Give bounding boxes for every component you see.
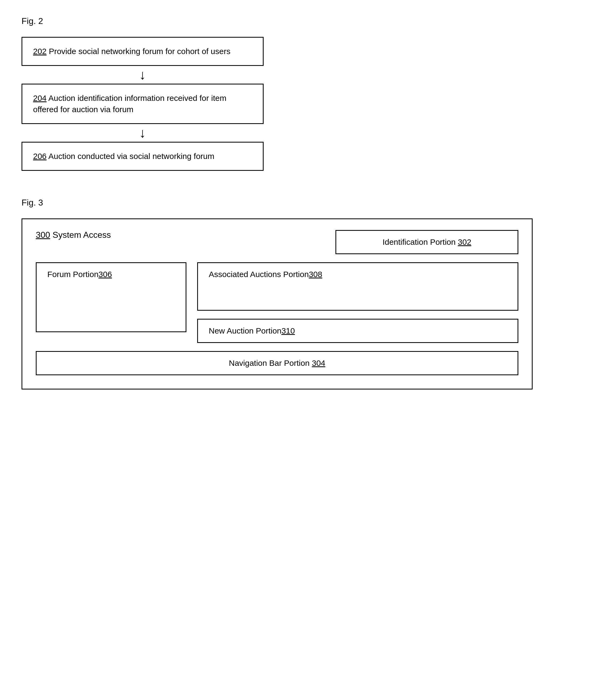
identification-portion-box: Identification Portion 302 bbox=[335, 230, 519, 254]
new-auction-id: 310 bbox=[281, 326, 295, 335]
flow-arrow-1: ↓ bbox=[22, 66, 264, 84]
new-auction-box: New Auction Portion 310 bbox=[197, 319, 519, 343]
navigation-bar-id: 304 bbox=[312, 359, 325, 368]
forum-portion-label: Forum Portion bbox=[47, 270, 98, 279]
identification-portion-label: Identification Portion bbox=[382, 238, 458, 246]
navigation-bar-box: Navigation Bar Portion 304 bbox=[36, 351, 519, 375]
associated-auctions-label: Associated Auctions Portion bbox=[209, 270, 309, 279]
fig3-header-row: 300 System Access Identification Portion… bbox=[36, 230, 519, 254]
fig2-flowchart: 202 Provide social networking forum for … bbox=[22, 37, 264, 171]
associated-auctions-box: Associated Auctions Portion 308 bbox=[197, 262, 519, 311]
navigation-bar-label: Navigation Bar Portion bbox=[229, 359, 312, 368]
system-access-label: System Access bbox=[50, 230, 111, 240]
flow-box-204-id: 204 bbox=[33, 94, 46, 103]
system-access-id: 300 bbox=[36, 230, 50, 240]
system-access-box: 300 System Access Identification Portion… bbox=[22, 218, 533, 390]
system-access-title: 300 System Access bbox=[36, 230, 111, 240]
associated-auctions-id: 308 bbox=[309, 270, 322, 279]
fig2-section: Fig. 2 202 Provide social networking for… bbox=[22, 16, 594, 171]
flow-box-206-id: 206 bbox=[33, 152, 46, 161]
flow-box-206: 206 Auction conducted via social network… bbox=[22, 142, 264, 171]
identification-portion-id: 302 bbox=[458, 238, 471, 246]
new-auction-label: New Auction Portion bbox=[209, 326, 281, 335]
fig2-label: Fig. 2 bbox=[22, 16, 594, 26]
fig3-section: Fig. 3 300 System Access Identification … bbox=[22, 198, 594, 390]
flow-box-202: 202 Provide social networking forum for … bbox=[22, 37, 264, 66]
forum-portion-id: 306 bbox=[98, 270, 112, 279]
flow-box-206-text: Auction conducted via social networking … bbox=[46, 152, 214, 161]
fig3-middle-row: Forum Portion 306 Associated Auctions Po… bbox=[36, 262, 519, 343]
flow-box-204-text: Auction identification information recei… bbox=[33, 94, 226, 114]
fig3-label: Fig. 3 bbox=[22, 198, 594, 208]
flow-box-204: 204 Auction identification information r… bbox=[22, 84, 264, 124]
right-column: Associated Auctions Portion 308 New Auct… bbox=[197, 262, 519, 343]
forum-portion-box: Forum Portion 306 bbox=[36, 262, 186, 332]
flow-arrow-2: ↓ bbox=[22, 124, 264, 142]
flow-box-202-id: 202 bbox=[33, 47, 46, 56]
flow-box-202-text: Provide social networking forum for coho… bbox=[46, 47, 230, 56]
